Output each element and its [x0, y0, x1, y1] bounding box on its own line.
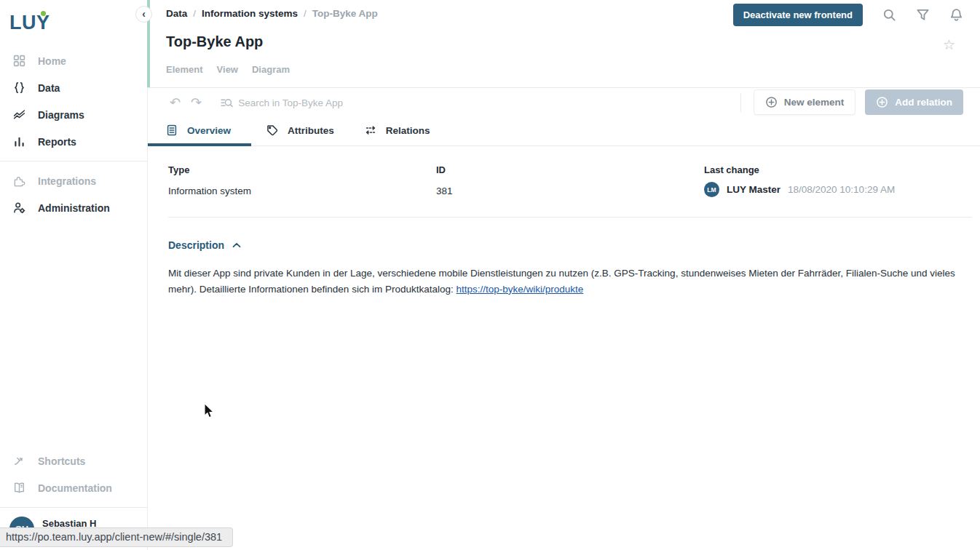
field-label: Last change — [704, 164, 895, 175]
plus-circle-icon — [765, 96, 778, 108]
undo-icon: ↶ — [170, 95, 181, 110]
sidebar-item-home[interactable]: Home — [0, 47, 147, 74]
breadcrumb-item-current: Top-Byke App — [312, 8, 378, 19]
toolbar-actions: New element Add relation — [740, 89, 963, 115]
breadcrumb-separator: / — [193, 8, 196, 19]
field-label: ID — [436, 164, 704, 175]
sidebar-item-label: Documentation — [38, 482, 112, 494]
panel-toolbar: ↶ ↷ — [148, 88, 980, 117]
filter-button[interactable] — [916, 8, 930, 22]
description-text: Mit dieser App sind private Kunden in de… — [168, 266, 960, 297]
caret-up-icon — [232, 242, 241, 248]
description-section: Description Mit dieser App sind private … — [148, 218, 980, 297]
last-change-value: LM LUY Master 18/08/2020 10:10:29 AM — [704, 182, 895, 197]
undo-button[interactable]: ↶ — [170, 95, 181, 111]
tab-diagram[interactable]: Diagram — [252, 64, 290, 75]
bell-icon — [949, 8, 963, 22]
sidebar-item-label: Diagrams — [38, 109, 84, 121]
add-relation-label: Add relation — [895, 97, 952, 108]
field-last-change: Last change LM LUY Master 18/08/2020 10:… — [704, 164, 895, 197]
view-mode-tabs: Element View Diagram — [166, 64, 290, 75]
element-panel: ↶ ↷ — [148, 87, 980, 550]
sidebar-item-data[interactable]: Data — [0, 74, 147, 101]
sidebar-item-label: Home — [38, 55, 66, 67]
tab-label: Attributes — [288, 125, 334, 136]
description-toggle[interactable]: Description — [168, 239, 241, 251]
luy-app-window: LUY Home Data — [0, 0, 980, 550]
breadcrumb-separator: / — [304, 8, 307, 19]
sidebar-item-label: Reports — [38, 136, 76, 148]
toolbar-divider — [740, 93, 741, 112]
last-change-user: LUY Master — [727, 184, 781, 195]
tab-attributes[interactable]: Attributes — [251, 117, 349, 146]
description-label: Description — [168, 239, 224, 251]
top-controls: Deactivate new frontend — [733, 4, 963, 26]
search-input[interactable] — [238, 97, 471, 108]
line-chart-icon — [12, 108, 25, 121]
sidebar-item-label: Integrations — [38, 175, 96, 187]
tab-label: Overview — [187, 125, 231, 136]
luy-logo-dot — [41, 11, 46, 16]
global-search-button[interactable] — [882, 8, 896, 22]
tab-view[interactable]: View — [217, 64, 238, 75]
description-link[interactable]: https://top-byke/wiki/produkte — [456, 284, 583, 295]
field-type: Type Information system — [168, 164, 436, 197]
grid-icon — [12, 55, 25, 67]
braces-icon — [12, 81, 25, 94]
puzzle-icon — [12, 175, 25, 187]
bar-chart-icon — [12, 135, 25, 148]
sidebar-item-integrations[interactable]: Integrations — [0, 167, 147, 194]
tab-element[interactable]: Element — [166, 64, 203, 75]
favorite-button[interactable]: ☆ — [943, 36, 955, 53]
luy-logo: LUY — [0, 0, 147, 44]
search-icon — [882, 8, 896, 22]
sidebar-item-reports[interactable]: Reports — [0, 128, 147, 155]
star-icon: ☆ — [943, 37, 955, 52]
plus-circle-icon — [876, 96, 888, 108]
document-icon — [166, 124, 178, 136]
last-change-date: 18/08/2020 10:10:29 AM — [788, 184, 895, 195]
tab-label: Relations — [386, 125, 430, 136]
page-title: Top-Byke App — [166, 33, 263, 50]
tag-icon — [266, 124, 278, 136]
relations-arrows-icon — [365, 124, 376, 136]
sidebar-divider — [0, 161, 147, 162]
content-tabs: Overview Attributes — [148, 117, 980, 146]
sidebar-item-diagrams[interactable]: Diagrams — [0, 101, 147, 128]
sidebar-item-label: Administration — [38, 202, 110, 214]
sidebar-collapse-button[interactable]: ‹ — [135, 6, 152, 23]
tab-relations[interactable]: Relations — [349, 117, 446, 146]
search-list-icon — [221, 97, 233, 109]
filter-icon — [916, 8, 930, 22]
field-id: ID 381 — [436, 164, 704, 197]
element-fields: Type Information system ID 381 Last chan… — [148, 146, 980, 197]
notifications-button[interactable] — [949, 8, 963, 22]
deactivate-new-frontend-button[interactable]: Deactivate new frontend — [733, 4, 863, 26]
user-gear-icon — [12, 202, 25, 214]
new-element-button[interactable]: New element — [754, 89, 856, 115]
sidebar-nav: Home Data Diagrams — [0, 44, 147, 221]
field-label: Type — [168, 164, 436, 175]
redo-icon: ↷ — [191, 95, 202, 110]
main-area: Data / Information systems / Top-Byke Ap… — [148, 0, 980, 550]
element-search — [221, 97, 471, 109]
tab-overview[interactable]: Overview — [148, 117, 251, 146]
book-icon — [12, 482, 25, 494]
sidebar-item-administration[interactable]: Administration — [0, 194, 147, 221]
field-value: Information system — [168, 186, 436, 196]
new-element-label: New element — [784, 97, 845, 108]
breadcrumb: Data / Information systems / Top-Byke Ap… — [166, 8, 378, 19]
breadcrumb-item-data[interactable]: Data — [166, 8, 187, 19]
breadcrumb-item-information-systems[interactable]: Information systems — [202, 8, 298, 19]
last-change-avatar: LM — [704, 182, 719, 197]
sidebar: LUY Home Data — [0, 0, 148, 550]
sidebar-item-shortcuts[interactable]: Shortcuts — [0, 447, 147, 474]
sidebar-item-label: Data — [38, 82, 60, 94]
status-url: https://po.team.luy.app/client-new/#/sin… — [6, 531, 222, 543]
sidebar-item-label: Shortcuts — [38, 455, 85, 467]
split-arrow-icon — [12, 455, 25, 467]
add-relation-button[interactable]: Add relation — [865, 89, 963, 115]
status-url-bar: https://po.team.luy.app/client-new/#/sin… — [0, 527, 233, 547]
sidebar-item-documentation[interactable]: Documentation — [0, 474, 147, 501]
redo-button[interactable]: ↷ — [191, 95, 202, 111]
